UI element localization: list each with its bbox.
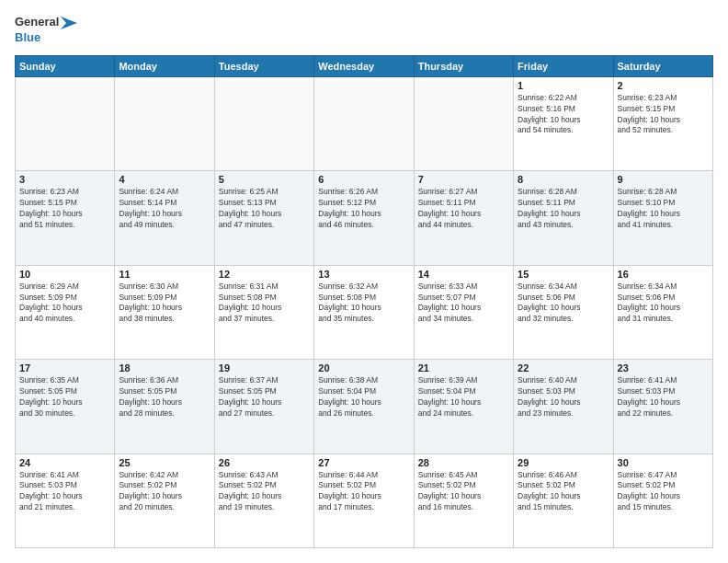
day-number: 15 [518,269,609,280]
calendar-cell: 12Sunrise: 6:31 AMSunset: 5:08 PMDayligh… [214,265,313,359]
day-number: 3 [19,174,110,185]
week-row-4: 17Sunrise: 6:35 AMSunset: 5:05 PMDayligh… [16,360,713,454]
day-number: 26 [219,457,310,468]
day-number: 28 [418,457,509,468]
day-number: 23 [618,362,709,373]
weekday-header-saturday: Saturday [613,55,712,76]
calendar-cell: 11Sunrise: 6:30 AMSunset: 5:09 PMDayligh… [115,265,214,359]
day-info: Sunrise: 6:41 AMSunset: 5:03 PMDaylight:… [618,375,709,419]
calendar-cell: 14Sunrise: 6:33 AMSunset: 5:07 PMDayligh… [414,265,513,359]
calendar-cell: 30Sunrise: 6:47 AMSunset: 5:02 PMDayligh… [613,454,712,547]
calendar-cell: 27Sunrise: 6:44 AMSunset: 5:02 PMDayligh… [314,454,414,547]
calendar-cell [314,76,414,170]
day-number: 2 [618,80,709,91]
calendar-cell: 3Sunrise: 6:23 AMSunset: 5:15 PMDaylight… [16,171,115,265]
calendar-cell [16,76,115,170]
week-row-2: 3Sunrise: 6:23 AMSunset: 5:15 PMDaylight… [16,171,713,265]
calendar-cell: 24Sunrise: 6:41 AMSunset: 5:03 PMDayligh… [16,454,115,547]
day-info: Sunrise: 6:37 AMSunset: 5:05 PMDaylight:… [219,375,310,419]
svg-marker-0 [61,17,77,29]
day-info: Sunrise: 6:27 AMSunset: 5:11 PMDaylight:… [418,187,509,231]
day-number: 20 [318,362,409,373]
calendar-cell: 7Sunrise: 6:27 AMSunset: 5:11 PMDaylight… [414,171,513,265]
calendar-cell: 10Sunrise: 6:29 AMSunset: 5:09 PMDayligh… [16,265,115,359]
day-info: Sunrise: 6:34 AMSunset: 5:06 PMDaylight:… [618,282,709,326]
page: General Blue SundayMondayTuesdayWednesda… [0,0,728,563]
calendar-table: SundayMondayTuesdayWednesdayThursdayFrid… [15,55,713,548]
calendar-cell: 18Sunrise: 6:36 AMSunset: 5:05 PMDayligh… [115,360,214,454]
calendar-cell: 21Sunrise: 6:39 AMSunset: 5:04 PMDayligh… [414,360,513,454]
day-number: 10 [19,269,110,280]
day-info: Sunrise: 6:28 AMSunset: 5:10 PMDaylight:… [618,187,709,231]
day-number: 17 [19,362,110,373]
day-number: 5 [219,174,310,185]
calendar-cell: 25Sunrise: 6:42 AMSunset: 5:02 PMDayligh… [115,454,214,547]
day-number: 27 [318,457,409,468]
calendar-cell: 8Sunrise: 6:28 AMSunset: 5:11 PMDaylight… [514,171,613,265]
day-info: Sunrise: 6:38 AMSunset: 5:04 PMDaylight:… [318,375,409,419]
calendar-cell: 2Sunrise: 6:23 AMSunset: 5:15 PMDaylight… [613,76,712,170]
day-info: Sunrise: 6:28 AMSunset: 5:11 PMDaylight:… [518,187,609,231]
day-number: 12 [219,269,310,280]
day-info: Sunrise: 6:45 AMSunset: 5:02 PMDaylight:… [418,470,509,514]
calendar-cell: 9Sunrise: 6:28 AMSunset: 5:10 PMDaylight… [613,171,712,265]
calendar-cell: 26Sunrise: 6:43 AMSunset: 5:02 PMDayligh… [214,454,313,547]
day-info: Sunrise: 6:35 AMSunset: 5:05 PMDaylight:… [19,375,110,419]
day-info: Sunrise: 6:32 AMSunset: 5:08 PMDaylight:… [318,282,409,326]
day-info: Sunrise: 6:26 AMSunset: 5:12 PMDaylight:… [318,187,409,231]
weekday-header-thursday: Thursday [414,55,513,76]
calendar-cell [414,76,513,170]
day-number: 16 [618,269,709,280]
day-info: Sunrise: 6:47 AMSunset: 5:02 PMDaylight:… [618,470,709,514]
day-number: 8 [518,174,609,185]
calendar-cell: 13Sunrise: 6:32 AMSunset: 5:08 PMDayligh… [314,265,414,359]
calendar-cell: 29Sunrise: 6:46 AMSunset: 5:02 PMDayligh… [514,454,613,547]
day-info: Sunrise: 6:46 AMSunset: 5:02 PMDaylight:… [518,470,609,514]
calendar-cell: 4Sunrise: 6:24 AMSunset: 5:14 PMDaylight… [115,171,214,265]
day-number: 18 [119,362,210,373]
day-number: 21 [418,362,509,373]
day-number: 9 [618,174,709,185]
day-number: 4 [119,174,210,185]
calendar-cell: 1Sunrise: 6:22 AMSunset: 5:16 PMDaylight… [514,76,613,170]
day-info: Sunrise: 6:24 AMSunset: 5:14 PMDaylight:… [119,187,210,231]
day-number: 14 [418,269,509,280]
calendar-cell [214,76,313,170]
day-info: Sunrise: 6:23 AMSunset: 5:15 PMDaylight:… [19,187,110,231]
weekday-header-monday: Monday [115,55,214,76]
day-number: 6 [318,174,409,185]
calendar-cell: 28Sunrise: 6:45 AMSunset: 5:02 PMDayligh… [414,454,513,547]
day-number: 11 [119,269,210,280]
day-info: Sunrise: 6:31 AMSunset: 5:08 PMDaylight:… [219,282,310,326]
calendar-cell: 20Sunrise: 6:38 AMSunset: 5:04 PMDayligh… [314,360,414,454]
weekday-header-row: SundayMondayTuesdayWednesdayThursdayFrid… [16,55,713,76]
day-info: Sunrise: 6:41 AMSunset: 5:03 PMDaylight:… [19,470,110,514]
weekday-header-wednesday: Wednesday [314,55,414,76]
logo-text: General Blue [15,15,77,46]
day-info: Sunrise: 6:42 AMSunset: 5:02 PMDaylight:… [119,470,210,514]
weekday-header-sunday: Sunday [16,55,115,76]
calendar-cell: 23Sunrise: 6:41 AMSunset: 5:03 PMDayligh… [613,360,712,454]
day-info: Sunrise: 6:25 AMSunset: 5:13 PMDaylight:… [219,187,310,231]
week-row-3: 10Sunrise: 6:29 AMSunset: 5:09 PMDayligh… [16,265,713,359]
calendar-cell: 15Sunrise: 6:34 AMSunset: 5:06 PMDayligh… [514,265,613,359]
day-number: 29 [518,457,609,468]
calendar-cell: 5Sunrise: 6:25 AMSunset: 5:13 PMDaylight… [214,171,313,265]
week-row-5: 24Sunrise: 6:41 AMSunset: 5:03 PMDayligh… [16,454,713,547]
header: General Blue [15,15,713,46]
logo: General Blue [15,15,77,46]
day-info: Sunrise: 6:34 AMSunset: 5:06 PMDaylight:… [518,282,609,326]
calendar-cell [115,76,214,170]
day-number: 1 [518,80,609,91]
day-info: Sunrise: 6:39 AMSunset: 5:04 PMDaylight:… [418,375,509,419]
day-info: Sunrise: 6:36 AMSunset: 5:05 PMDaylight:… [119,375,210,419]
weekday-header-tuesday: Tuesday [214,55,313,76]
day-info: Sunrise: 6:44 AMSunset: 5:02 PMDaylight:… [318,470,409,514]
calendar-cell: 16Sunrise: 6:34 AMSunset: 5:06 PMDayligh… [613,265,712,359]
day-info: Sunrise: 6:40 AMSunset: 5:03 PMDaylight:… [518,375,609,419]
day-number: 25 [119,457,210,468]
day-number: 13 [318,269,409,280]
day-number: 7 [418,174,509,185]
day-info: Sunrise: 6:30 AMSunset: 5:09 PMDaylight:… [119,282,210,326]
calendar-cell: 17Sunrise: 6:35 AMSunset: 5:05 PMDayligh… [16,360,115,454]
